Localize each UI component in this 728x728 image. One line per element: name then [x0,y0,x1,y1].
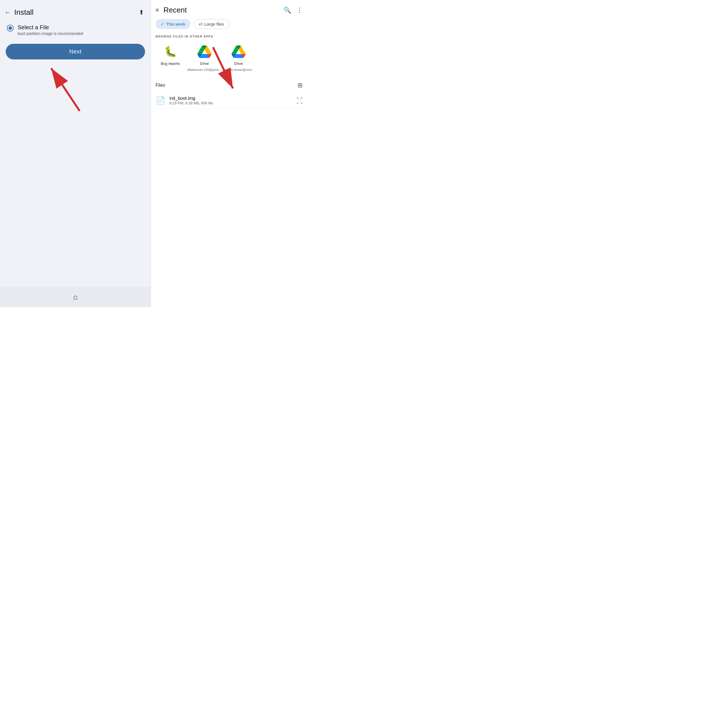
filter-large-files-label: Large files [205,21,224,26]
bottom-nav-bar: ⌂ [0,287,151,307]
next-button[interactable]: Next [6,44,145,60]
files-section-label: Files [156,83,165,88]
expand-icon[interactable]: ↖ ↗ ↙ ↘ [297,96,303,105]
drive-icon-2 [231,46,246,58]
drive2-label: Drive [234,61,243,66]
drive1-label: Drive [200,61,209,66]
drive2-icon-container [231,44,246,60]
file-info: init_boot.img 8:29 PM, 8.39 MB, BIN file [170,96,293,105]
drive1-icon-container [196,44,213,60]
drive2-sublabel: mehtab.ansari@sma… [223,68,255,71]
recent-header-right: 🔍 ⋮ [283,6,303,14]
radio-button[interactable] [7,25,14,32]
select-file-text: Select a File boot partition image is re… [18,24,83,36]
file-name: init_boot.img [170,96,293,101]
install-panel: ← Install ⬆ Select a File boot partition… [0,0,151,307]
expand-arrow-bl: ↙ [297,101,299,105]
install-header: ← Install ⬆ [0,0,151,21]
tag-icon: 🏷 [199,22,203,26]
bug-icon: 🐛 [164,46,177,58]
expand-arrow-tr: ↗ [300,96,303,100]
file-item[interactable]: 📄 init_boot.img 8:29 PM, 8.39 MB, BIN fi… [151,92,307,109]
apps-row: 🐛 Bug reports Drive aftabansari.120@gmai… [151,41,307,80]
home-icon[interactable]: ⌂ [73,293,78,301]
bug-reports-label: Bug reports [161,61,180,66]
radio-inner [9,26,12,30]
drive1-sublabel: aftabansari.120@gmai… [187,68,222,71]
select-file-section: Select a File boot partition image is re… [0,21,151,36]
filter-chip-large-files[interactable]: 🏷 Large files [193,19,229,29]
recent-panel: ≡ Recent 🔍 ⋮ ✓ This week 🏷 Large files B… [151,0,307,307]
select-file-subtext: boot partition image is recommended [18,31,83,36]
checkmark-icon: ✓ [161,21,164,27]
hamburger-menu-icon[interactable]: ≡ [156,7,159,13]
expand-arrow-tl: ↖ [297,96,299,100]
recent-title: Recent [164,6,187,14]
annotation-arrow-left [17,51,108,114]
upload-icon[interactable]: ⬆ [139,9,144,16]
app-item-drive-2[interactable]: Drive mehtab.ansari@sma… [222,41,255,73]
browse-files-label: BROWSE FILES IN OTHER APPS [151,32,307,41]
bug-reports-icon-container: 🐛 [162,44,178,60]
filter-this-week-label: This week [166,21,185,26]
svg-line-1 [51,68,80,111]
filter-chip-this-week[interactable]: ✓ This week [156,19,191,29]
recent-header: ≡ Recent 🔍 ⋮ [151,0,307,18]
expand-arrow-br: ↘ [300,101,303,105]
recent-header-left: ≡ Recent [156,6,187,14]
app-item-bug-reports[interactable]: 🐛 Bug reports [153,41,187,73]
filter-chips-row: ✓ This week 🏷 Large files [151,18,307,32]
file-meta: 8:29 PM, 8.39 MB, BIN file [170,101,293,105]
install-title: Install [14,8,34,17]
file-document-icon: 📄 [156,96,165,105]
files-header-row: Files ⊞ [151,80,307,92]
grid-view-icon[interactable]: ⊞ [297,82,303,89]
select-file-heading: Select a File [18,24,83,31]
search-icon[interactable]: 🔍 [283,6,291,14]
drive-icon-1 [197,46,211,58]
back-button[interactable]: ← [5,9,11,16]
more-options-icon[interactable]: ⋮ [296,6,303,14]
header-left: ← Install [5,8,34,17]
app-item-drive-1[interactable]: Drive aftabansari.120@gmai… [187,41,222,73]
